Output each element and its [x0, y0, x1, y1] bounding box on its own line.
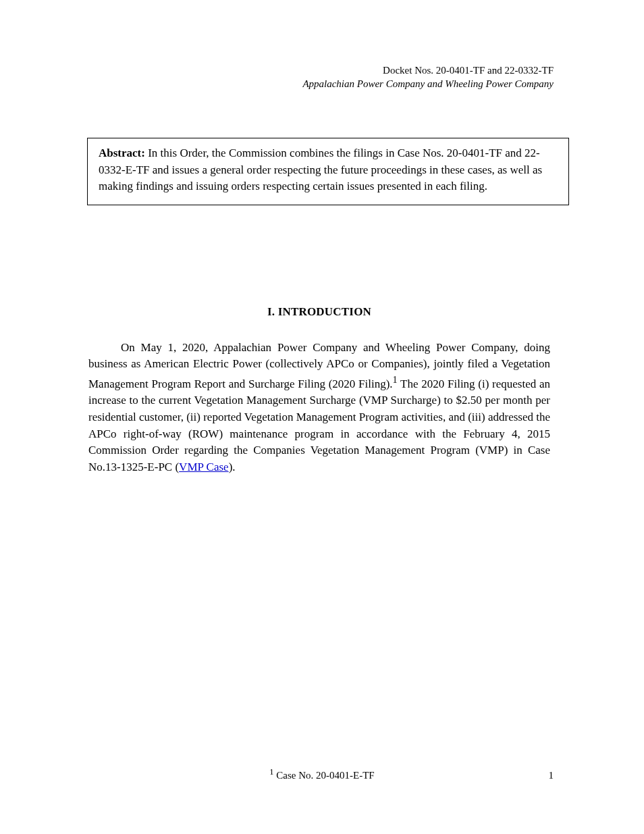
abstract-box: Abstract: In this Order, the Commission …	[87, 138, 569, 205]
abstract-text: In this Order, the Commission combines t…	[99, 147, 542, 192]
para1-part-c: ).	[229, 461, 236, 473]
footnote-marker-1: 1	[393, 374, 398, 385]
section-title: I. INTRODUCTION	[88, 304, 550, 321]
body: I. INTRODUCTION On May 1, 2020, Appalach…	[88, 304, 550, 492]
footer-ref-text: Case No. 20-0401-E-TF	[274, 770, 375, 781]
abstract-label: Abstract:	[99, 147, 145, 159]
page-number: 1	[549, 770, 554, 781]
footer-reference: 1 Case No. 20-0401-E-TF	[0, 767, 644, 781]
owner-line: Appalachian Power Company and Wheeling P…	[302, 77, 554, 90]
paragraph-1: On May 1, 2020, Appalachian Power Compan…	[88, 340, 550, 476]
page: Docket Nos. 20-0401-TF and 22-0332-TF Ap…	[0, 0, 644, 834]
vmp-case-link[interactable]: VMP Case	[179, 461, 229, 473]
para1-part-b: The 2020 Filing (i) requested an increas…	[88, 377, 550, 473]
docket-line: Docket Nos. 20-0401-TF and 22-0332-TF	[302, 63, 554, 77]
header-block: Docket Nos. 20-0401-TF and 22-0332-TF Ap…	[302, 63, 554, 91]
